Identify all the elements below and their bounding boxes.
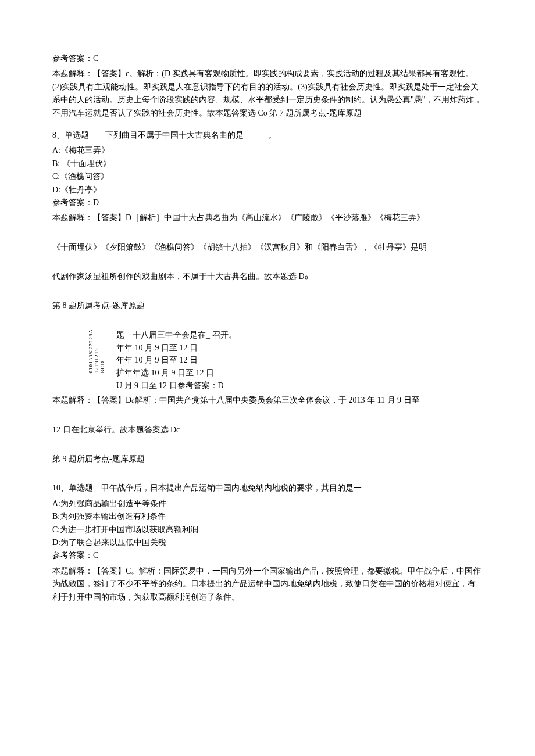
answer-label: 参考答案：C (52, 52, 483, 65)
option-b: B: 《十面埋伏》 (52, 157, 483, 170)
question-9-block: 010133%22229A 12131213 BCD 题 十八届三中全会是在_ … (52, 329, 483, 392)
question-7-answer-block: 参考答案：C 本题解释：【答案】c。解析：(D 实践具有客观物质性。即实践的构成… (52, 52, 483, 120)
option-a: A:《梅花三弄》 (52, 144, 483, 157)
explanation-line-2: 12 日在北京举行。故本题答案选 Dc (52, 424, 483, 436)
option-d: D:为了联合起来以压低中国关税 (52, 536, 483, 549)
option-line-3: 扩年年选 10 月 9 日至 12 日 (116, 367, 483, 379)
document-page: 参考答案：C 本题解释：【答案】c。解析：(D 实践具有客观物质性。即实践的构成… (0, 0, 535, 672)
question-8-block: 8、单选题 下列曲目不属于中国十大古典名曲的是 。 A:《梅花三弄》 B: 《十… (52, 129, 483, 313)
explanation-line-1: 本题解释：【答案】D₀解析：中国共产党第十八届中央委员会第三次全体会议，于 20… (52, 394, 483, 407)
answer-label: 参考答案：D (52, 196, 483, 209)
answer-label: 参考答案：C (52, 549, 483, 562)
option-line-1: 年年 10 月 9 日至 12 日 (116, 342, 483, 354)
question-stem: 8、单选题 下列曲目不属于中国十大古典名曲的是 。 (52, 129, 483, 142)
question-stem: 题 十八届三中全会是在_ 召开。 (116, 329, 483, 342)
explanation-text: 本题解释：【答案】c。解析：(D 实践具有客观物质性。即实践的构成要素，实践活动… (52, 67, 483, 120)
explanation-line-2: 《十面埋伏》《夕阳箫鼓》《渔樵问答》《胡笳十八拍》《汉宫秋月》和《阳春白舌》，《… (52, 241, 483, 254)
option-c: C:《渔樵问答》 (52, 170, 483, 183)
question-footer: 第 9 题所届考点-题库原题 (52, 453, 483, 465)
question-9-lines: 题 十八届三中全会是在_ 召开。 年年 10 月 9 日至 12 日 年年 10… (116, 329, 483, 392)
option-b: B:为列强资本输出创造有利条件 (52, 510, 483, 523)
vert-text-3: BCD (100, 329, 106, 374)
option-a: A:为列强商品输出创造平等条件 (52, 497, 483, 510)
explanation-text: 本题解释：【答案】C。解析：国际贸易中，一国向另外一个国家输出产品，按照管理，都… (52, 565, 483, 604)
explanation-line-3: 代剧作家汤显祖所创作的戏曲剧本，不属于十大古典名曲。故本题选 D₀ (52, 270, 483, 283)
question-stem: 10、单选题 甲午战争后，日本提出产品运销中国内地免纳内地税的要求，其目的是一 (52, 482, 483, 495)
vertical-garbled-text: 010133%22229A 12131213 BCD (88, 329, 106, 374)
option-d: D:《牡丹亭》 (52, 184, 483, 196)
explanation-line-1: 本题解释：【答案】D［解析］中国十大占典名曲为《高山流水》《广陵散》《平沙落雁》… (52, 212, 483, 224)
question-10-block: 10、单选题 甲午战争后，日本提出产品运销中国内地免纳内地税的要求，其目的是一 … (52, 482, 483, 604)
option-c: C:为进一步打开中国市场以获取高额利润 (52, 524, 483, 536)
option-line-2: 年年 10 月 9 日至 12 日 (116, 354, 483, 367)
option-line-4: U 月 9 日至 12 日参考答案：D (116, 379, 483, 392)
question-footer: 第 8 题所属考点-题库原题 (52, 299, 483, 312)
